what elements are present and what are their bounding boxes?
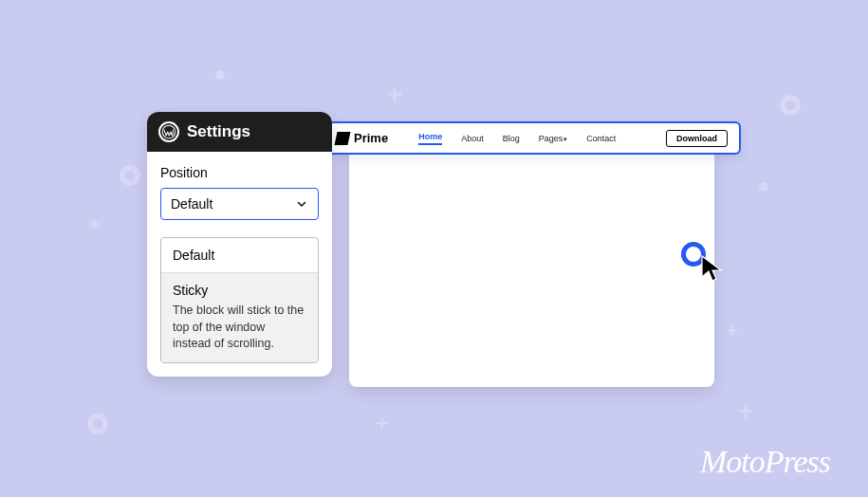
option-sticky[interactable]: Sticky The block will stick to the top o… xyxy=(161,272,318,362)
brand: Prime xyxy=(323,131,401,145)
decor-plus: + xyxy=(376,412,388,436)
preview-topbar: Prime Home About Blog Pages▾ Contact Dow… xyxy=(321,121,741,155)
position-label: Position xyxy=(160,165,319,180)
nav-about[interactable]: About xyxy=(461,134,484,143)
decor-ring xyxy=(780,95,801,116)
brand-name: Prime xyxy=(354,131,388,145)
option-sticky-label: Sticky xyxy=(173,283,208,298)
option-default[interactable]: Default xyxy=(161,238,318,272)
caret-down-icon: ▾ xyxy=(563,136,567,142)
decor-plus: + xyxy=(738,396,753,427)
settings-header: Settings xyxy=(147,112,332,152)
cursor-icon xyxy=(700,254,727,288)
position-select[interactable]: Default xyxy=(160,188,319,220)
motopress-logo: MotoPress xyxy=(700,444,830,480)
position-selected-value: Default xyxy=(171,196,212,212)
decor-plus: + xyxy=(387,80,402,110)
settings-panel: Settings Position Default Default Sticky… xyxy=(147,112,332,377)
nav: Home About Blog Pages▾ Contact xyxy=(418,132,616,145)
decor-plus: + xyxy=(726,319,738,343)
position-dropdown: Default Sticky The block will stick to t… xyxy=(160,237,319,363)
nav-contact[interactable]: Contact xyxy=(586,134,616,143)
nav-pages[interactable]: Pages▾ xyxy=(539,134,568,143)
option-default-label: Default xyxy=(173,248,214,263)
nav-pages-label: Pages xyxy=(539,134,563,143)
chevron-down-icon xyxy=(295,197,308,211)
download-button[interactable]: Download xyxy=(666,130,728,147)
decor-dot xyxy=(759,182,768,192)
nav-blog[interactable]: Blog xyxy=(503,134,520,143)
decor-dot xyxy=(215,70,225,80)
brand-logo-icon xyxy=(335,132,351,145)
settings-title: Settings xyxy=(187,122,250,141)
decor-ring xyxy=(87,414,108,434)
wordpress-icon xyxy=(158,121,179,142)
decor-plus: + xyxy=(88,212,101,237)
decor-ring xyxy=(120,165,140,186)
nav-home[interactable]: Home xyxy=(418,132,442,145)
page-preview xyxy=(349,138,714,387)
option-sticky-desc: The block will stick to the top of the w… xyxy=(173,303,306,353)
